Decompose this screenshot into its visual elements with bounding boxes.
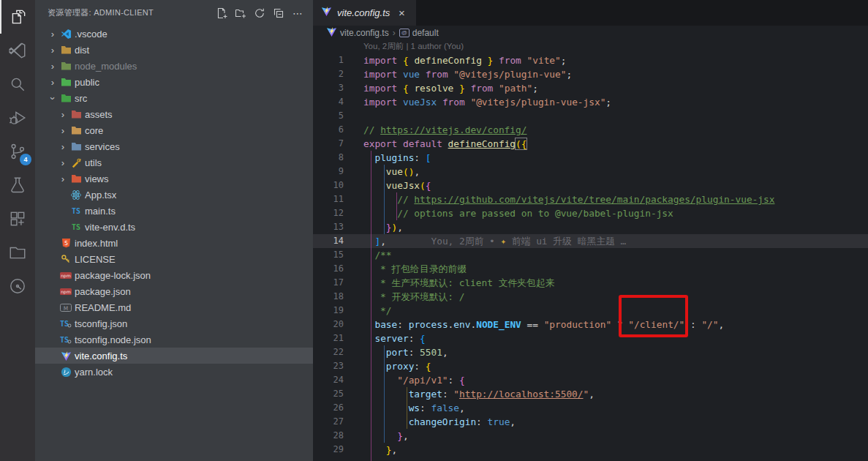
svg-text:npm: npm [61,289,71,295]
line-number: 23 [313,359,344,373]
code-line-10[interactable]: 10 vueJsx({ [313,179,868,192]
tab-vite-config[interactable]: vite.config.ts × [313,0,416,26]
npm-file-icon: npm [59,272,73,279]
more-actions-icon[interactable]: ⋯ [290,5,306,21]
line-number: 25 [313,387,344,401]
search-icon[interactable] [0,67,35,101]
code-line-15[interactable]: 15 /** [313,248,868,262]
tree-item-label: tsconfig.json [75,318,127,329]
tree-item-assets[interactable]: ›assets [35,106,313,122]
code-line-14[interactable]: 14 ], You, 2周前 • ✦ 前端 ui 升级 暗黑主题 … [313,234,868,248]
tree-item-index.html[interactable]: 5index.html [35,235,313,251]
new-file-icon[interactable] [214,5,230,21]
code-line-1[interactable]: 1import { defineConfig } from "vite"; [313,53,868,67]
code-line-24[interactable]: 24 "/api/v1": { [313,373,868,387]
tree-item-vite-env.d.ts[interactable]: TSvite-env.d.ts [35,219,313,235]
refresh-icon[interactable] [252,5,268,21]
folder-file-icon [59,61,73,71]
code-text: base: process.env.NODE_ENV == "productio… [363,318,724,331]
breadcrumb-symbol-default[interactable]: @ default [399,28,439,38]
tree-item-src[interactable]: ›src [35,90,313,106]
ts-file-icon: TS [69,207,83,215]
symbol-variable-icon: @ [399,29,410,37]
tree-item-package-lock.json[interactable]: npmpackage-lock.json [35,267,313,283]
close-icon[interactable]: × [395,7,408,19]
code-line-6[interactable]: 6// https://vitejs.dev/config/ [313,123,868,137]
tree-item-dist[interactable]: ›dist [35,42,313,58]
tree-item-package.json[interactable]: npmpackage.json [35,283,313,299]
codelens-blame[interactable]: You, 2周前 | 1 author (You) [363,40,868,53]
explorer-title: 资源管理器: ADMIN-CLIENT [48,7,214,18]
line-number: 2 [313,67,344,81]
code-line-5[interactable]: 5 [313,109,868,123]
code-line-8[interactable]: 8 plugins: [ [313,151,868,165]
code-line-3[interactable]: 3import { resolve } from "path"; [313,81,868,95]
tree-item-views[interactable]: ›views [35,170,313,187]
visual-studio-icon[interactable] [0,34,35,67]
code-line-23[interactable]: 23 proxy: { [313,359,868,373]
git-graph-icon[interactable] [0,269,35,303]
code-line-25[interactable]: 25 target: "http://localhost:5500/", [313,387,868,401]
tree-item-LICENSE[interactable]: LICENSE [35,251,313,267]
tree-item-yarn.lock[interactable]: yarn.lock [35,364,313,380]
tree-item-vite.config.ts[interactable]: vite.config.ts [35,348,313,364]
collapse-folders-icon[interactable] [271,5,287,21]
explorer-icon[interactable] [0,0,35,34]
code-line-21[interactable]: 21 server: { [313,331,868,345]
code-line-29[interactable]: 29 }, [313,443,868,457]
code-line-22[interactable]: 22 port: 5501, [313,345,868,359]
source-control-icon[interactable]: 4 [0,135,35,168]
line-number: 28 [313,429,344,443]
code-text: port: 5501, [363,345,448,359]
tree-item-main.ts[interactable]: TSmain.ts [35,203,313,219]
code-line-2[interactable]: 2import vue from "@vitejs/plugin-vue"; [313,67,868,81]
code-line-27[interactable]: 27 changeOrigin: true, [313,415,868,429]
react-file-icon [69,190,83,200]
tree-item-label: views [85,173,109,184]
breadcrumb-file[interactable]: vite.config.ts [326,26,389,40]
tree-item-public[interactable]: ›public [35,74,313,90]
code-line-26[interactable]: 26 ws: false, [313,401,868,415]
run-debug-icon[interactable] [0,101,35,135]
code-line-18[interactable]: 18 * 开发环境默认: / [313,290,868,304]
new-folder-icon[interactable] [233,5,249,21]
tree-item-label: yarn.lock [75,367,113,378]
code-line-13[interactable]: 13 }), [313,220,868,234]
code-line-17[interactable]: 17 * 生产环境默认: client 文件夹包起来 [313,276,868,290]
code-text: */ [363,304,392,318]
folder-file-icon [69,174,83,184]
chevron-icon: › [57,141,69,152]
folder-file-icon [69,142,83,151]
tree-item-.vscode[interactable]: ›.vscode [35,26,313,42]
tree-item-App.tsx[interactable]: App.tsx [35,187,313,203]
tree-item-README.md[interactable]: MREADME.md [35,299,313,315]
tree-item-core[interactable]: ›core [35,122,313,138]
project-folder-icon[interactable] [0,236,35,269]
code-line-7[interactable]: 7export default defineConfig({ [313,137,868,151]
code-line-9[interactable]: 9 vue(), [313,165,868,179]
extensions-icon[interactable] [0,202,35,236]
vscode-file-icon [59,29,73,40]
code-line-16[interactable]: 16 * 打包给目录的前缀 [313,262,868,276]
testing-flask-icon[interactable] [0,168,35,202]
chevron-icon: › [47,61,59,72]
tree-item-services[interactable]: ›services [35,138,313,154]
line-number: 20 [313,318,344,331]
tree-item-node_modules[interactable]: ›node_modules [35,58,313,74]
code-line-19[interactable]: 19 */ [313,304,868,318]
yarn-file-icon [59,367,73,378]
tree-item-label: node_modules [75,61,137,72]
tree-item-tsconfig.node.json[interactable]: TStsconfig.node.json [35,331,313,348]
line-number: 15 [313,248,344,262]
code-editor[interactable]: You, 2周前 | 1 author (You) 1import { defi… [313,40,868,457]
tree-item-tsconfig.json[interactable]: TStsconfig.json [35,315,313,331]
code-text: plugins: [ [363,151,431,165]
code-line-28[interactable]: 28 }, [313,429,868,443]
tools-file-icon [69,157,83,168]
svg-text:M: M [64,304,68,311]
tree-item-utils[interactable]: ›utils [35,154,313,170]
code-line-4[interactable]: 4import vueJsx from "@vitejs/plugin-vue-… [313,95,868,109]
code-text: * 打包给目录的前缀 [363,262,467,276]
code-line-20[interactable]: 20 base: process.env.NODE_ENV == "produc… [313,318,868,331]
line-number: 12 [313,206,344,220]
